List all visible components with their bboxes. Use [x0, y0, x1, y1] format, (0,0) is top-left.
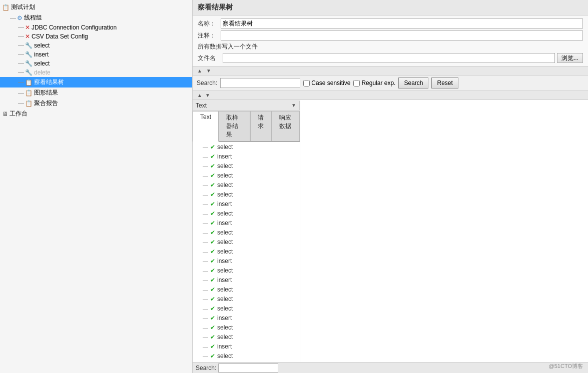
result-item[interactable]: —✔insert	[193, 342, 300, 351]
result-item[interactable]: —✔select	[193, 332, 300, 342]
file-row: 文件名 浏览...	[198, 53, 583, 63]
filename-label: 文件名	[198, 54, 218, 62]
up-arrow-icon[interactable]: ▲	[196, 68, 204, 74]
result-item[interactable]: —✔select	[193, 237, 300, 246]
tree-item-csv-config[interactable]: —✕CSV Data Set Config	[0, 32, 192, 41]
tab-bar: Text取样器结果请求响应数据	[193, 111, 300, 142]
right-header: 察看结果树	[193, 0, 588, 16]
result-item[interactable]: —✔insert	[193, 313, 300, 322]
result-item[interactable]: —✔insert	[193, 152, 300, 161]
bottom-search-bar: Search:	[193, 362, 588, 373]
result-item[interactable]: —✔select	[193, 208, 300, 218]
search-button[interactable]: Search	[398, 78, 428, 88]
regex-checkbox[interactable]	[353, 80, 360, 86]
tab-request[interactable]: 请求	[250, 111, 272, 141]
tab-text[interactable]: Text	[193, 111, 219, 142]
result-item[interactable]: —✔select	[193, 228, 300, 237]
write-all-label: 所有数据写入一个文件	[198, 42, 583, 51]
content-area: Text ▼ Text取样器结果请求响应数据 —✔select—✔insert—…	[193, 100, 588, 362]
results-list: Text ▼ Text取样器结果请求响应数据 —✔select—✔insert—…	[193, 100, 300, 362]
result-item[interactable]: —✔select	[193, 294, 300, 304]
detail-panel	[300, 100, 588, 362]
browse-button[interactable]: 浏览...	[557, 53, 583, 63]
tab-response-data[interactable]: 响应数据	[272, 111, 300, 141]
case-sensitive-checkbox[interactable]	[303, 80, 310, 86]
result-item[interactable]: —✔select	[193, 142, 300, 152]
bottom-search-input[interactable]	[218, 364, 278, 372]
tree-item-graph-results[interactable]: —📋图形结果	[0, 88, 192, 98]
down-arrow2-icon[interactable]: ▼	[204, 92, 212, 98]
form-section: 名称： 注释： 所有数据写入一个文件 文件名 浏览...	[193, 16, 588, 66]
result-item[interactable]: —✔select	[193, 322, 300, 332]
tree-item-select2[interactable]: —🔧select	[0, 59, 192, 68]
case-sensitive-checkbox-label[interactable]: Case sensitive	[303, 80, 350, 86]
comment-input[interactable]	[221, 30, 583, 40]
panel-title: 察看结果树	[198, 3, 583, 12]
right-panel: 察看结果树 名称： 注释： 所有数据写入一个文件 文件名 浏览... ▲ ▼ S…	[193, 0, 588, 373]
tree-item-agg-report[interactable]: —📋聚合报告	[0, 98, 192, 108]
nav-arrows-top: ▲ ▼	[193, 66, 588, 76]
tree-area: 📋测试计划—⚙线程组—✕JDBC Connection Configuratio…	[0, 0, 192, 373]
bottom-search-label: Search:	[196, 364, 216, 372]
watermark: @51CTO博客	[549, 362, 583, 370]
main-split: Text ▼ Text取样器结果请求响应数据 —✔select—✔insert—…	[193, 100, 588, 362]
search-label: Search:	[197, 80, 217, 86]
name-label: 名称：	[198, 20, 218, 28]
tree-item-thread-group[interactable]: —⚙线程组	[0, 12, 192, 23]
down-arrow-icon[interactable]: ▼	[205, 68, 213, 74]
tree-item-jdbc-config[interactable]: —✕JDBC Connection Configuration	[0, 23, 192, 32]
search-input[interactable]	[220, 78, 300, 88]
reset-button[interactable]: Reset	[431, 78, 458, 88]
case-sensitive-label: Case sensitive	[311, 80, 350, 86]
tab-sampler-results[interactable]: 取样器结果	[219, 111, 250, 141]
result-item[interactable]: —✔select	[193, 170, 300, 180]
name-row: 名称：	[198, 18, 583, 28]
tree-item-workbench[interactable]: 🖥工作台	[0, 108, 192, 119]
result-item[interactable]: —✔select	[193, 180, 300, 190]
result-item[interactable]: —✔select	[193, 266, 300, 275]
left-panel: 📋测试计划—⚙线程组—✕JDBC Connection Configuratio…	[0, 0, 193, 373]
search-bar: Search: Case sensitive Regular exp. Sear…	[193, 76, 588, 91]
result-item[interactable]: —✔select	[193, 304, 300, 313]
tree-item-select1[interactable]: —🔧select	[0, 41, 192, 50]
regex-label: Regular exp.	[361, 80, 395, 86]
tree-item-insert1[interactable]: —🔧insert	[0, 50, 192, 59]
comment-label: 注释：	[198, 32, 218, 40]
result-item[interactable]: —✔insert	[193, 199, 300, 208]
text-column-header: Text ▼	[193, 101, 300, 110]
result-item[interactable]: —✔insert	[193, 275, 300, 284]
comment-row: 注释：	[198, 30, 583, 40]
results-list-header: Text ▼	[193, 100, 300, 111]
result-item[interactable]: —✔insert	[193, 256, 300, 266]
result-item[interactable]: —✔select	[193, 190, 300, 199]
result-item[interactable]: —✔select	[193, 284, 300, 294]
name-input[interactable]	[221, 18, 583, 28]
result-item[interactable]: —✔select	[193, 246, 300, 256]
tree-item-view-results[interactable]: —📋察看结果树	[0, 77, 192, 88]
result-item[interactable]: —✔select	[193, 351, 300, 360]
up-arrow2-icon[interactable]: ▲	[196, 92, 204, 98]
result-item[interactable]: —✔insert	[193, 218, 300, 228]
regex-checkbox-label[interactable]: Regular exp.	[353, 80, 395, 86]
tree-item-test-plan[interactable]: 📋测试计划	[0, 2, 192, 12]
nav-arrows-bottom: ▲ ▼	[193, 91, 588, 100]
tree-item-delete1[interactable]: —🔧delete	[0, 68, 192, 77]
result-item[interactable]: —✔select	[193, 161, 300, 170]
column-dropdown-icon[interactable]: ▼	[291, 102, 296, 108]
text-column-label: Text	[196, 102, 207, 109]
filename-input[interactable]	[223, 53, 555, 63]
